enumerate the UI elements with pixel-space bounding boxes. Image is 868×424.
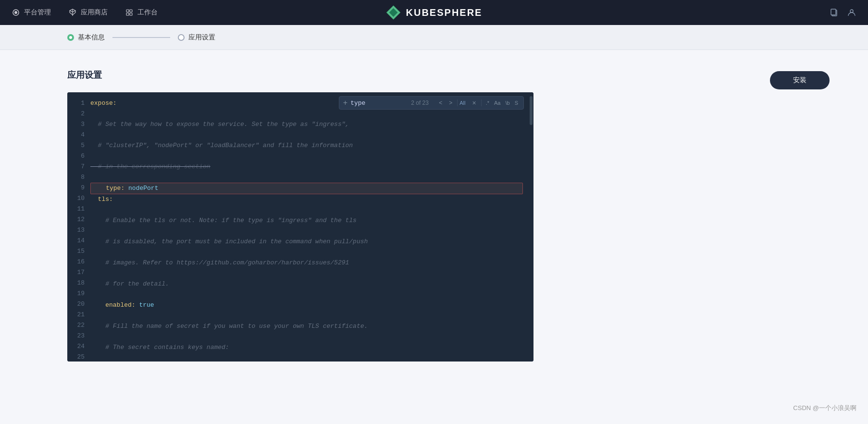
code-editor[interactable]: + 2 of 23 < > All × .* Aa \b S 123456789… <box>67 92 533 362</box>
svg-point-1 <box>14 11 17 14</box>
code-content[interactable]: expose: # Set the way how to expose the … <box>90 92 529 362</box>
search-input[interactable] <box>350 100 408 107</box>
platform-icon <box>12 8 20 17</box>
line-numbers: 1234567891011121314151617181920212223242… <box>67 92 90 362</box>
svg-point-10 <box>850 10 853 12</box>
svg-rect-9 <box>831 9 836 15</box>
s-option-button[interactable]: S <box>513 100 520 106</box>
step-2-circle <box>178 34 185 41</box>
logo-text: KUBESPHERE <box>406 7 483 18</box>
nav-workspace[interactable]: 工作台 <box>125 8 158 17</box>
nav-workspace-label: 工作台 <box>137 8 158 17</box>
appstore-icon <box>68 8 77 17</box>
section-title: 应用设置 <box>67 69 801 81</box>
editor-inner[interactable]: 1234567891011121314151617181920212223242… <box>67 92 533 362</box>
search-bar: + 2 of 23 < > All × .* Aa \b S <box>339 96 524 110</box>
svg-rect-3 <box>130 10 132 12</box>
search-next-button[interactable]: > <box>447 99 454 107</box>
word-option-button[interactable]: \b <box>504 100 511 106</box>
site-logo: KUBESPHERE <box>386 5 483 20</box>
copy-icon[interactable] <box>830 8 839 17</box>
user-icon[interactable] <box>847 8 856 17</box>
step-1-circle <box>67 34 74 41</box>
scrollbar[interactable] <box>529 92 533 362</box>
step-1-label: 基本信息 <box>78 33 105 42</box>
scrollbar-thumb[interactable] <box>530 96 533 125</box>
svg-rect-2 <box>126 10 129 12</box>
step-2-label: 应用设置 <box>188 33 215 42</box>
search-prev-button[interactable]: < <box>437 99 444 107</box>
search-add-icon[interactable]: + <box>343 99 347 107</box>
main-content: 应用设置 + 2 of 23 < > All × .* Aa \b S 1234… <box>0 50 868 381</box>
search-options: .* Aa \b S <box>481 100 520 106</box>
nav-platform-label: 平台管理 <box>24 8 51 17</box>
search-close-button[interactable]: × <box>470 99 478 107</box>
install-button[interactable]: 安装 <box>770 71 830 89</box>
watermark: CSDN @一个小浪吴啊 <box>793 404 856 412</box>
step-app-settings[interactable]: 应用设置 <box>178 33 215 42</box>
nav-appstore[interactable]: 应用商店 <box>68 8 108 17</box>
step-1-inner <box>69 36 72 39</box>
case-option-button[interactable]: Aa <box>493 100 502 106</box>
nav-right <box>830 8 856 17</box>
top-navigation: 平台管理 应用商店 工作台 <box>0 0 868 25</box>
workspace-icon <box>125 8 134 17</box>
search-all-button[interactable]: All <box>457 100 467 106</box>
step-divider <box>112 37 170 38</box>
search-count: 2 of 23 <box>411 100 434 106</box>
regex-option-button[interactable]: .* <box>484 100 491 106</box>
nav-appstore-label: 应用商店 <box>81 8 108 17</box>
step-basic-info[interactable]: 基本信息 <box>67 33 105 42</box>
step-bar: 基本信息 应用设置 <box>0 25 868 50</box>
svg-rect-5 <box>130 13 132 15</box>
nav-left: 平台管理 应用商店 工作台 <box>12 8 158 17</box>
logo-icon <box>386 5 401 20</box>
svg-rect-4 <box>126 13 129 15</box>
nav-platform[interactable]: 平台管理 <box>12 8 51 17</box>
